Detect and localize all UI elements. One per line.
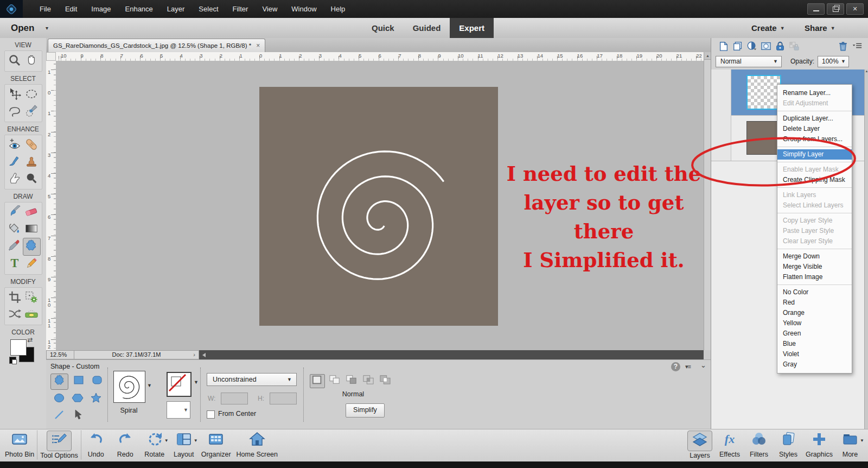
mode-tab-guided[interactable]: Guided: [404, 18, 450, 38]
menu-layer[interactable]: Layer: [160, 0, 192, 18]
menu-item-duplicate-layer[interactable]: Duplicate Layer...: [777, 113, 852, 124]
menu-item-flatten-image[interactable]: Flatten Image: [777, 272, 852, 282]
simplify-button[interactable]: Simplify: [346, 403, 385, 418]
panel-menu-icon[interactable]: ▾≡: [685, 363, 691, 370]
zoom-level[interactable]: 12.5%: [46, 350, 74, 359]
tool-crop[interactable]: [7, 289, 23, 306]
menu-select[interactable]: Select: [192, 0, 225, 18]
geom-intersect-button[interactable]: [361, 374, 375, 387]
tool-content-move[interactable]: [7, 306, 23, 323]
menu-item-red[interactable]: Red: [777, 298, 852, 308]
shape-button-shape-star[interactable]: [87, 391, 104, 407]
menu-item-yellow[interactable]: Yellow: [777, 318, 852, 328]
tool-lasso[interactable]: [7, 103, 23, 120]
lock-transparent-icon[interactable]: [787, 40, 801, 52]
menu-item-delete-layer[interactable]: Delete Layer: [777, 124, 852, 134]
open-dropdown-arrow-icon[interactable]: ▾: [46, 18, 48, 38]
swap-colors-icon[interactable]: ⇄: [28, 336, 33, 344]
tab-close-icon[interactable]: ×: [256, 42, 260, 49]
taskbar-filters[interactable]: Filters: [744, 431, 774, 458]
foreground-color-swatch[interactable]: [10, 339, 27, 356]
taskbar-styles[interactable]: Styles: [774, 431, 803, 458]
menu-item-group-from-layers[interactable]: Group from Layers...: [777, 134, 852, 144]
doc-size-indicator[interactable]: Doc: 37.1M/37.1M ›: [74, 350, 199, 359]
tool-type[interactable]: T: [7, 256, 23, 273]
shape-button-shape-ellipse[interactable]: [50, 391, 67, 407]
menu-item-create-clipping-mask[interactable]: Create Clipping Mask: [777, 175, 852, 185]
menu-item-rename-layer[interactable]: Rename Layer...: [777, 88, 852, 98]
geom-subtract-button[interactable]: [344, 374, 359, 387]
lock-icon[interactable]: [773, 40, 787, 52]
shape-picker-arrow-icon[interactable]: ▼: [147, 383, 152, 388]
tool-brush[interactable]: [7, 204, 23, 221]
create-button[interactable]: Create▼: [751, 18, 785, 39]
menu-item-no-color[interactable]: No Color: [777, 287, 852, 298]
style-picker[interactable]: [167, 372, 192, 397]
geometry-options-dropdown[interactable]: Unconstrained ▼: [207, 373, 297, 386]
menu-item-blue[interactable]: Blue: [777, 339, 852, 349]
tool-smart-brush[interactable]: [7, 154, 23, 170]
taskbar-undo[interactable]: Undo: [81, 431, 111, 458]
mode-tab-quick[interactable]: Quick: [362, 18, 404, 38]
menu-item-simplify-layer[interactable]: Simplify Layer: [777, 149, 852, 160]
menu-item-gray[interactable]: Gray: [777, 359, 852, 370]
taskbar-photo-bin[interactable]: Photo Bin: [2, 431, 37, 458]
close-button[interactable]: ✕: [846, 3, 864, 15]
shape-button-shape-rounded[interactable]: [88, 374, 105, 389]
style-picker-arrow-icon[interactable]: ▼: [194, 380, 199, 385]
document-tab[interactable]: GS_RareDiamonds_GS_Cardstock_1.jpg @ 12.…: [48, 39, 265, 52]
taskbar-redo[interactable]: Redo: [111, 431, 140, 458]
menu-view[interactable]: View: [255, 0, 284, 18]
taskbar-layout[interactable]: ▼Layout: [169, 431, 199, 458]
taskbar-tool-options[interactable]: Tool Options: [37, 431, 81, 459]
canvas-viewport[interactable]: I need to edit the layer so to get there…: [56, 61, 704, 350]
adjustment-layer-icon[interactable]: [745, 40, 759, 52]
tool-recompose[interactable]: [23, 289, 40, 306]
menu-item-green[interactable]: Green: [777, 328, 852, 339]
tool-eyedropper[interactable]: [6, 238, 23, 255]
geom-add-button[interactable]: [328, 374, 342, 387]
share-button[interactable]: Share▼: [805, 18, 835, 39]
layer-thumbnail[interactable]: [746, 121, 780, 155]
tool-hand[interactable]: [23, 53, 40, 69]
new-group-icon[interactable]: [731, 40, 745, 52]
canvas-horizontal-scrollbar[interactable]: [199, 350, 704, 359]
menu-help[interactable]: Help: [324, 0, 353, 18]
from-center-checkbox[interactable]: [207, 410, 215, 419]
shape-color-swatch[interactable]: ▼: [167, 401, 190, 419]
shape-button-shape-line[interactable]: [50, 408, 67, 423]
taskbar-graphics[interactable]: Graphics: [803, 431, 835, 458]
height-input[interactable]: [270, 393, 297, 404]
tool-paint-bucket[interactable]: [7, 221, 23, 238]
shape-button-shape-rect[interactable]: [70, 374, 87, 389]
geom-exclude-button[interactable]: [378, 374, 392, 387]
tool-clone-stamp[interactable]: [23, 154, 40, 170]
taskbar-layers[interactable]: Layers: [685, 431, 715, 459]
color-swatches[interactable]: ⇄: [10, 338, 36, 363]
blend-mode-dropdown[interactable]: Normal▼: [716, 56, 782, 67]
shape-button-select-arrow[interactable]: [69, 408, 86, 423]
tool-blur[interactable]: [23, 170, 40, 187]
menu-item-orange[interactable]: Orange: [777, 308, 852, 318]
menu-image[interactable]: Image: [84, 0, 118, 18]
document-canvas[interactable]: [259, 87, 498, 326]
tool-smudge[interactable]: [7, 170, 23, 187]
trash-icon[interactable]: [836, 40, 850, 52]
status-expand-icon[interactable]: ›: [193, 351, 195, 359]
tool-gradient[interactable]: [23, 221, 40, 238]
tool-red-eye[interactable]: [7, 137, 23, 154]
menu-item-merge-down[interactable]: Merge Down: [777, 251, 852, 262]
opacity-value-dropdown[interactable]: 100%▼: [818, 56, 849, 67]
menu-file[interactable]: File: [33, 0, 58, 18]
shape-button-shape-polygon[interactable]: [69, 391, 86, 407]
default-colors-icon[interactable]: [9, 357, 16, 364]
tool-pencil[interactable]: [23, 256, 40, 273]
tool-straighten[interactable]: [23, 306, 40, 323]
custom-shape-picker[interactable]: [113, 371, 145, 403]
menu-item-violet[interactable]: Violet: [777, 349, 852, 359]
taskbar-effects[interactable]: fxEffects: [715, 431, 744, 458]
geom-new-button[interactable]: [310, 374, 325, 388]
panel-menu-icon[interactable]: [850, 40, 864, 52]
open-button[interactable]: Open: [11, 18, 34, 38]
taskbar-organizer[interactable]: Organizer: [199, 431, 234, 458]
